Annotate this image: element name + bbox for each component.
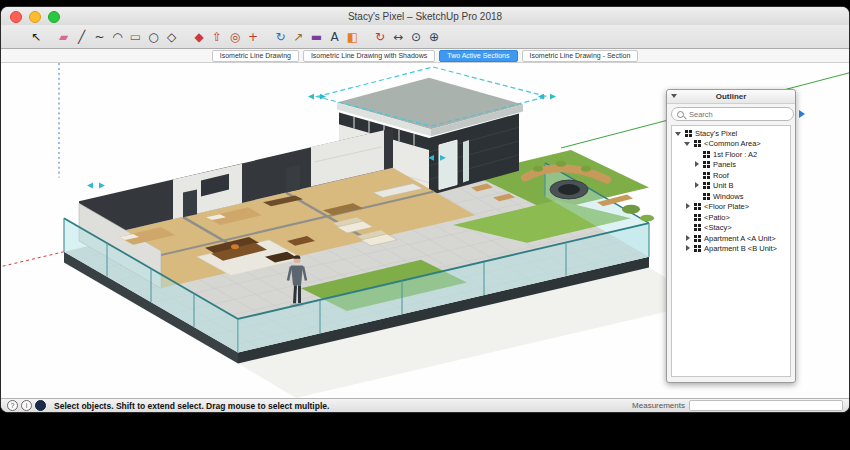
close-window-icon[interactable]: [10, 11, 22, 23]
measurements-area: Measurements: [632, 400, 843, 411]
section-plane-tool-icon[interactable]: ◧: [345, 28, 360, 45]
zoom-tool-icon[interactable]: ⊙: [409, 28, 424, 45]
paint-bucket-tool-icon[interactable]: ◆: [192, 28, 207, 45]
outliner-item[interactable]: Stacy's Pixel: [672, 128, 790, 139]
outliner-item[interactable]: <Stacy>: [672, 223, 790, 234]
outliner-item[interactable]: Unit B: [672, 181, 790, 192]
outliner-item[interactable]: 1st Floor : A2: [672, 149, 790, 160]
scale-tool-icon[interactable]: ↗: [291, 28, 306, 45]
scene-tab-isometric-line-drawing-section[interactable]: Isometric Line Drawing - Section: [522, 50, 639, 62]
outliner-panel: Outliner Stacy's Pixel<Common Area>1st F…: [666, 89, 796, 383]
outliner-item-label: Panels: [713, 160, 736, 169]
circle-tool-icon[interactable]: ○: [146, 28, 161, 45]
search-icon: [677, 111, 684, 118]
push-pull-tool-icon[interactable]: ⇧: [210, 28, 225, 45]
disclosure-triangle-icon[interactable]: [693, 161, 700, 168]
outliner-item[interactable]: Apartment A <A Unit>: [672, 233, 790, 244]
measurements-input[interactable]: [689, 400, 843, 411]
freehand-tool-icon[interactable]: ~: [92, 28, 107, 45]
app-window: Stacy's Pixel – SketchUp Pro 2018 ↖▰╱~◠▭…: [1, 7, 849, 412]
component-icon: [703, 182, 710, 189]
component-icon: [703, 193, 710, 200]
toolbar: ↖▰╱~◠▭○◇◆⇧◎+↻↗▬A◧↻↔⊙⊕: [1, 25, 849, 49]
component-icon: [694, 245, 701, 252]
toolbar-icons: ↖▰╱~◠▭○◇◆⇧◎+↻↗▬A◧↻↔⊙⊕: [27, 28, 443, 45]
component-icon: [703, 161, 710, 168]
outliner-item[interactable]: <Patio>: [672, 212, 790, 223]
disclosure-spacer: [684, 214, 691, 221]
outliner-item-label: Unit B: [713, 181, 733, 190]
text-tool-icon[interactable]: A: [327, 28, 342, 45]
door-sidelight: [463, 140, 469, 182]
outliner-item-label: Apartment B <B Unit>: [704, 244, 777, 253]
disclosure-triangle-icon[interactable]: [684, 235, 691, 242]
info-icon[interactable]: i: [21, 400, 32, 411]
panel-collapse-icon[interactable]: [671, 94, 677, 98]
throw-pillow: [231, 244, 239, 249]
outliner-item[interactable]: Apartment B <B Unit>: [672, 244, 790, 255]
disclosure-triangle-icon[interactable]: [675, 130, 682, 137]
viewport[interactable]: Outliner Stacy's Pixel<Common Area>1st F…: [1, 63, 849, 398]
minimize-window-icon[interactable]: [29, 11, 41, 23]
zoom-extents-tool-icon[interactable]: ⊕: [427, 28, 442, 45]
outliner-details-icon[interactable]: [799, 110, 805, 118]
outliner-tree: Stacy's Pixel<Common Area>1st Floor : A2…: [671, 125, 791, 377]
pan-tool-icon[interactable]: ↔: [391, 28, 406, 45]
bush: [640, 215, 654, 222]
titlebar: Stacy's Pixel – SketchUp Pro 2018: [1, 7, 849, 25]
disclosure-spacer: [693, 151, 700, 158]
tape-measure-tool-icon[interactable]: ▬: [309, 28, 324, 45]
arc-tool-icon[interactable]: ◠: [110, 28, 125, 45]
outliner-item[interactable]: Windows: [672, 191, 790, 202]
outliner-search-row: [667, 104, 795, 123]
scene-tab-isometric-line-drawing[interactable]: Isometric Line Drawing: [212, 50, 299, 62]
component-icon: [694, 214, 701, 221]
component-icon: [694, 224, 701, 231]
move-tool-icon[interactable]: +: [246, 28, 261, 45]
rotate-tool-icon[interactable]: ↻: [273, 28, 288, 45]
statusbar: ?i Select objects. Shift to extend selec…: [1, 398, 849, 412]
offset-tool-icon[interactable]: ◎: [228, 28, 243, 45]
disclosure-triangle-icon[interactable]: [684, 245, 691, 252]
outliner-item-label: Apartment A <A Unit>: [704, 234, 776, 243]
scene-tab-isometric-line-drawing-with-shadows[interactable]: Isometric Line Drawing with Shadows: [303, 50, 435, 62]
outliner-item[interactable]: Roof: [672, 170, 790, 181]
scene-tabs-bar: Isometric Line DrawingIsometric Line Dra…: [1, 49, 849, 63]
outliner-item-label: Stacy's Pixel: [695, 129, 737, 138]
traffic-lights: [10, 11, 60, 23]
outliner-item-label: <Common Area>: [704, 139, 761, 148]
search-field[interactable]: [671, 107, 794, 121]
outliner-item[interactable]: <Floor Plate>: [672, 202, 790, 213]
geolocation-icon[interactable]: [35, 400, 46, 411]
search-input[interactable]: [687, 109, 788, 120]
help-icon[interactable]: ?: [7, 400, 18, 411]
disclosure-triangle-icon[interactable]: [684, 140, 691, 147]
status-message: Select objects. Shift to extend select. …: [54, 401, 329, 411]
disclosure-spacer: [693, 172, 700, 179]
select-tool-icon[interactable]: ↖: [29, 28, 44, 45]
component-icon: [694, 140, 701, 147]
entry-door: [439, 140, 457, 189]
outliner-item-label: Windows: [713, 192, 743, 201]
polygon-tool-icon[interactable]: ◇: [164, 28, 179, 45]
measurements-label: Measurements: [632, 401, 685, 410]
disclosure-triangle-icon[interactable]: [684, 203, 691, 210]
zoom-window-icon[interactable]: [48, 11, 60, 23]
component-icon: [694, 203, 701, 210]
component-icon: [694, 235, 701, 242]
outliner-item-label: 1st Floor : A2: [713, 150, 757, 159]
disclosure-triangle-icon[interactable]: [693, 182, 700, 189]
scene-tab-two-active-sections[interactable]: Two Active Sections: [439, 50, 517, 62]
disclosure-spacer: [684, 224, 691, 231]
outliner-header[interactable]: Outliner: [667, 90, 795, 104]
outliner-item[interactable]: <Common Area>: [672, 139, 790, 150]
line-tool-icon[interactable]: ╱: [74, 28, 89, 45]
orbit-tool-icon[interactable]: ↻: [373, 28, 388, 45]
rectangle-tool-icon[interactable]: ▭: [128, 28, 143, 45]
outliner-item[interactable]: Panels: [672, 160, 790, 171]
eraser-tool-icon[interactable]: ▰: [56, 28, 71, 45]
outliner-title: Outliner: [716, 92, 747, 101]
outliner-item-label: <Patio>: [704, 213, 730, 222]
outliner-item-label: <Stacy>: [704, 223, 732, 232]
component-icon: [703, 151, 710, 158]
